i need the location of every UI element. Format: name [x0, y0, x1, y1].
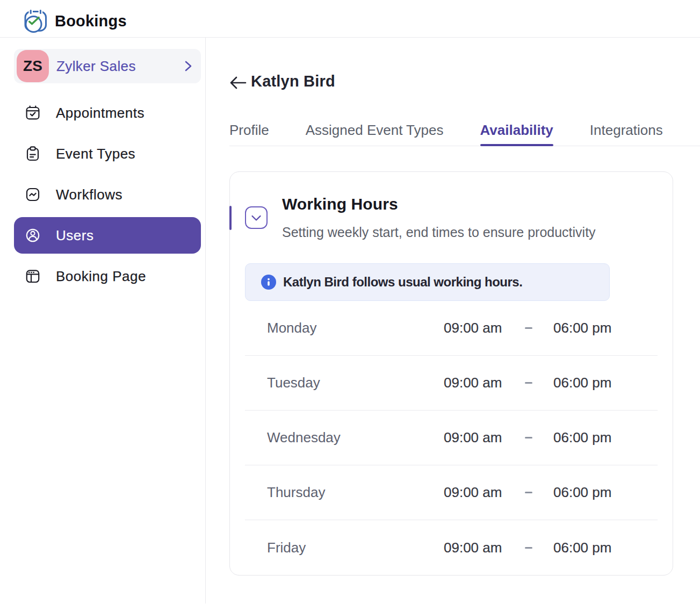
tab-bar: Profile Assigned Event Types Availabilit… — [229, 123, 700, 146]
sidebar-item-label: Event Types — [56, 146, 135, 162]
sidebar-item-label: Workflows — [56, 186, 122, 203]
sidebar-item-users[interactable]: Users — [14, 217, 201, 254]
day-label: Thursday — [267, 484, 444, 501]
browser-layout-icon — [25, 268, 41, 284]
end-time: 06:00 pm — [553, 540, 611, 556]
back-arrow-icon[interactable] — [229, 75, 247, 90]
card-accent-bar — [229, 206, 232, 230]
day-row-monday: Monday 09:00 am 06:00 pm — [245, 301, 658, 356]
start-time: 09:00 am — [444, 375, 504, 391]
info-icon — [261, 275, 276, 290]
sidebar: ZS Zylker Sales Appointments — [0, 38, 206, 603]
sidebar-item-appointments[interactable]: Appointments — [14, 95, 201, 131]
day-row-tuesday: Tuesday 09:00 am 06:00 pm — [245, 356, 658, 411]
day-label: Friday — [267, 540, 444, 556]
org-avatar: ZS — [17, 50, 49, 82]
end-time: 06:00 pm — [553, 320, 611, 336]
main-content: Katlyn Bird Profile Assigned Event Types… — [206, 38, 700, 603]
end-time: 06:00 pm — [553, 429, 611, 446]
page-title: Katlyn Bird — [251, 72, 335, 90]
info-banner: Katlyn Bird follows usual working hours. — [245, 263, 610, 301]
sidebar-item-label: Booking Page — [56, 268, 146, 285]
sidebar-item-booking-page[interactable]: Booking Page — [14, 258, 201, 294]
calendar-check-icon — [25, 105, 41, 121]
start-time: 09:00 am — [444, 540, 504, 556]
time-range-dash — [525, 492, 532, 493]
day-label: Wednesday — [267, 429, 444, 446]
time-range-dash — [525, 547, 532, 549]
user-circle-icon — [25, 227, 41, 243]
working-hours-card: Working Hours Setting weekly start, end … — [229, 171, 673, 576]
start-time: 09:00 am — [444, 484, 504, 501]
sidebar-item-workflows[interactable]: Workflows — [14, 176, 201, 213]
org-switcher[interactable]: ZS Zylker Sales — [14, 49, 201, 83]
clipboard-icon — [25, 146, 41, 162]
chevron-right-icon — [184, 60, 192, 73]
sidebar-item-label: Users — [56, 227, 93, 244]
card-subtitle: Setting weekly start, end times to ensur… — [282, 225, 596, 240]
workflow-pulse-icon — [25, 186, 41, 203]
start-time: 09:00 am — [444, 320, 504, 336]
top-bar: Bookings — [0, 0, 700, 38]
end-time: 06:00 pm — [553, 375, 611, 391]
sidebar-item-label: Appointments — [56, 105, 145, 121]
day-label: Monday — [267, 320, 444, 336]
chevron-down-icon — [250, 212, 262, 224]
time-range-dash — [525, 327, 532, 329]
tab-availability[interactable]: Availability — [480, 123, 553, 146]
info-banner-text: Katlyn Bird follows usual working hours. — [283, 275, 522, 290]
collapse-button[interactable] — [245, 206, 268, 229]
working-hours-list: Monday 09:00 am 06:00 pm Tuesday 09:00 a… — [245, 301, 658, 575]
day-row-thursday: Thursday 09:00 am 06:00 pm — [245, 465, 658, 520]
sidebar-item-event-types[interactable]: Event Types — [14, 135, 201, 172]
brand-name: Bookings — [55, 13, 127, 29]
time-range-dash — [525, 382, 532, 384]
tab-profile[interactable]: Profile — [229, 123, 269, 146]
start-time: 09:00 am — [444, 429, 504, 446]
card-title: Working Hours — [282, 195, 596, 213]
day-label: Tuesday — [267, 375, 444, 391]
tab-assigned-event-types[interactable]: Assigned Event Types — [306, 123, 444, 146]
bookings-logo-icon — [24, 8, 48, 34]
tab-integrations[interactable]: Integrations — [590, 123, 663, 146]
day-row-wednesday: Wednesday 09:00 am 06:00 pm — [245, 411, 658, 465]
end-time: 06:00 pm — [553, 484, 611, 501]
time-range-dash — [525, 437, 532, 438]
sidebar-menu: Appointments Event Types Workflows — [0, 95, 205, 294]
day-row-friday: Friday 09:00 am 06:00 pm — [245, 520, 658, 575]
org-name: Zylker Sales — [56, 58, 136, 75]
